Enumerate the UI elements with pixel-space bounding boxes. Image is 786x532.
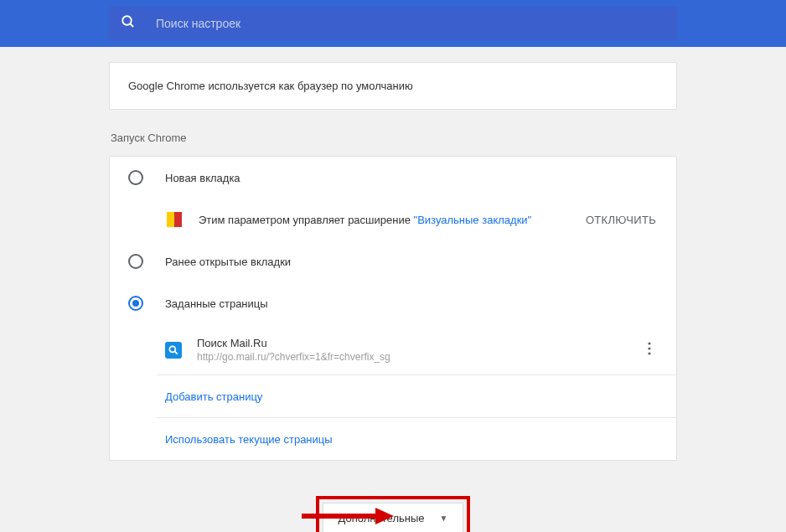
search-bar[interactable] — [109, 7, 677, 40]
radio-label: Заданные страницы — [165, 297, 268, 310]
svg-point-7 — [648, 342, 650, 344]
svg-point-0 — [122, 16, 132, 25]
add-page-row[interactable]: Добавить страницу — [157, 375, 676, 418]
svg-point-5 — [169, 346, 175, 352]
radio-specific-pages[interactable]: Заданные страницы — [110, 282, 676, 324]
extension-text: Этим параметром управляет расширение "Ви… — [199, 214, 586, 226]
svg-marker-11 — [375, 508, 394, 524]
use-current-row[interactable]: Использовать текущие страницы — [157, 418, 676, 460]
startup-card: Новая вкладка Этим параметром управляет … — [109, 156, 677, 461]
default-browser-card: Google Chrome используется как браузер п… — [109, 62, 677, 110]
content-area: Google Chrome используется как браузер п… — [0, 62, 786, 532]
more-options-icon[interactable] — [641, 342, 658, 359]
search-input[interactable] — [156, 17, 665, 30]
chevron-down-icon: ▼ — [440, 514, 448, 523]
svg-line-6 — [174, 351, 177, 354]
site-favicon-icon — [165, 342, 182, 359]
radio-icon-selected — [128, 296, 143, 311]
startup-section-title: Запуск Chrome — [111, 132, 677, 144]
radio-label: Ранее открытые вкладки — [165, 256, 291, 268]
svg-point-9 — [648, 352, 650, 354]
page-url: http://go.mail.ru/?chverfix=1&fr=chverfi… — [197, 351, 641, 363]
svg-line-1 — [130, 23, 133, 27]
radio-label: Новая вкладка — [165, 172, 240, 184]
disable-button[interactable]: ОТКЛЮЧИТЬ — [586, 214, 658, 226]
radio-icon — [128, 170, 143, 185]
page-info: Поиск Mail.Ru http://go.mail.ru/?chverfi… — [197, 337, 641, 363]
extension-link[interactable]: "Визуальные закладки" — [414, 214, 532, 226]
extension-text-part: Этим параметром управляет расширение — [199, 214, 414, 226]
radio-continue[interactable]: Ранее открытые вкладки — [110, 240, 676, 282]
page-name: Поиск Mail.Ru — [197, 337, 641, 349]
search-icon — [121, 14, 136, 33]
startup-page-item: Поиск Mail.Ru http://go.mail.ru/?chverfi… — [157, 325, 676, 375]
add-page-link[interactable]: Добавить страницу — [165, 390, 262, 403]
svg-point-8 — [648, 347, 650, 349]
header-bar — [0, 0, 786, 47]
annotation-arrow-icon — [302, 506, 394, 526]
radio-icon — [128, 254, 143, 269]
startup-pages-list: Поиск Mail.Ru http://go.mail.ru/?chverfi… — [157, 324, 676, 460]
radio-new-tab[interactable]: Новая вкладка — [110, 157, 676, 199]
extension-notice: Этим параметром управляет расширение "Ви… — [110, 199, 676, 240]
extension-icon — [165, 210, 184, 229]
default-browser-text: Google Chrome используется как браузер п… — [128, 80, 658, 92]
advanced-area: Дополнительные ▼ — [109, 496, 677, 532]
use-current-link[interactable]: Использовать текущие страницы — [165, 433, 333, 446]
